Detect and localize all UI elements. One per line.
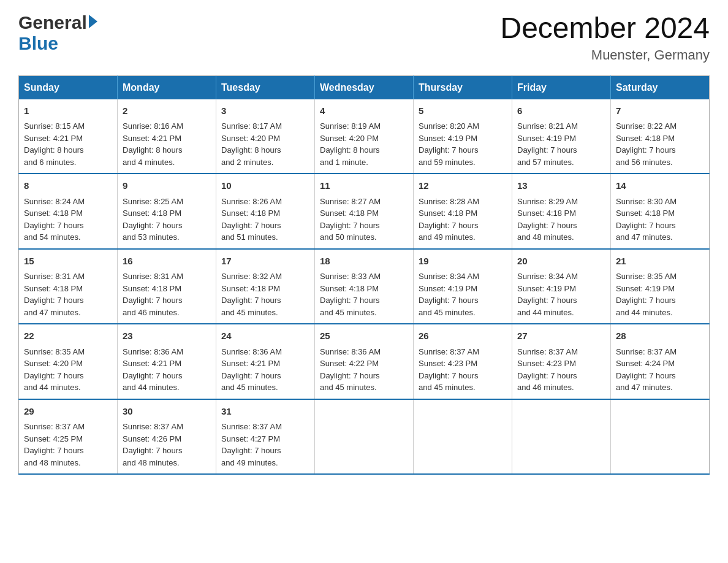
daylight-info: Daylight: 8 hours (24, 145, 84, 155)
calendar-day-cell: 18 Sunrise: 8:33 AM Sunset: 4:18 PM Dayl… (315, 249, 414, 324)
sunset-info: Sunset: 4:18 PM (24, 209, 83, 218)
day-number: 8 (24, 179, 112, 193)
day-number: 19 (419, 255, 507, 269)
calendar-day-cell: 26 Sunrise: 8:37 AM Sunset: 4:23 PM Dayl… (414, 324, 512, 399)
sunset-info: Sunset: 4:26 PM (123, 434, 181, 443)
sunset-info: Sunset: 4:22 PM (320, 359, 379, 368)
calendar-week-row: 22 Sunrise: 8:35 AM Sunset: 4:20 PM Dayl… (19, 324, 710, 399)
daylight-info2: and 50 minutes. (320, 232, 377, 242)
daylight-info2: and 59 minutes. (419, 158, 476, 167)
daylight-info2: and 47 minutes. (24, 308, 81, 317)
daylight-info2: and 46 minutes. (517, 383, 574, 392)
daylight-info2: and 45 minutes. (419, 308, 476, 317)
daylight-info2: and 47 minutes. (616, 383, 673, 392)
sunrise-info: Sunrise: 8:26 AM (221, 197, 282, 206)
day-number: 30 (123, 405, 211, 419)
daylight-info2: and 6 minutes. (24, 158, 76, 167)
daylight-info2: and 44 minutes. (24, 383, 81, 392)
sunrise-info: Sunrise: 8:37 AM (123, 422, 183, 431)
daylight-info: Daylight: 7 hours (616, 371, 676, 380)
daylight-info2: and 2 minutes. (221, 158, 273, 167)
sunset-info: Sunset: 4:27 PM (221, 434, 280, 443)
daylight-info2: and 1 minute. (320, 158, 368, 167)
daylight-info: Daylight: 7 hours (517, 371, 577, 380)
daylight-info: Daylight: 7 hours (123, 296, 183, 305)
header-tuesday: Tuesday (216, 75, 315, 99)
day-number: 18 (320, 255, 408, 269)
day-number: 1 (24, 104, 112, 118)
sunset-info: Sunset: 4:18 PM (616, 134, 675, 143)
calendar-header-row: Sunday Monday Tuesday Wednesday Thursday… (19, 75, 710, 99)
calendar-day-cell: 20 Sunrise: 8:34 AM Sunset: 4:19 PM Dayl… (512, 249, 611, 324)
month-title: December 2024 (500, 12, 710, 45)
daylight-info: Daylight: 7 hours (24, 371, 84, 380)
sunrise-info: Sunrise: 8:37 AM (419, 347, 479, 356)
day-number: 7 (616, 104, 704, 118)
header-friday: Friday (512, 75, 611, 99)
daylight-info2: and 49 minutes. (419, 232, 476, 242)
calendar-day-cell: 10 Sunrise: 8:26 AM Sunset: 4:18 PM Dayl… (216, 174, 315, 249)
sunrise-info: Sunrise: 8:32 AM (221, 272, 282, 281)
day-number: 16 (123, 255, 211, 269)
sunrise-info: Sunrise: 8:27 AM (320, 197, 381, 206)
sunrise-info: Sunrise: 8:19 AM (320, 121, 381, 131)
day-number: 11 (320, 179, 408, 193)
day-number: 22 (24, 329, 112, 343)
sunrise-info: Sunrise: 8:36 AM (320, 347, 381, 356)
day-number: 28 (616, 329, 704, 343)
sunrise-info: Sunrise: 8:30 AM (616, 197, 677, 206)
daylight-info: Daylight: 7 hours (24, 446, 84, 455)
sunrise-info: Sunrise: 8:31 AM (24, 272, 85, 281)
calendar-day-cell: 16 Sunrise: 8:31 AM Sunset: 4:18 PM Dayl… (118, 249, 216, 324)
calendar-day-cell: 28 Sunrise: 8:37 AM Sunset: 4:24 PM Dayl… (611, 324, 710, 399)
day-number: 2 (123, 104, 211, 118)
daylight-info: Daylight: 7 hours (24, 296, 84, 305)
calendar-day-cell (611, 399, 710, 475)
header-sunday: Sunday (19, 75, 118, 99)
calendar-day-cell: 22 Sunrise: 8:35 AM Sunset: 4:20 PM Dayl… (19, 324, 118, 399)
sunset-info: Sunset: 4:18 PM (517, 209, 576, 218)
sunrise-info: Sunrise: 8:20 AM (419, 121, 479, 131)
daylight-info2: and 54 minutes. (24, 232, 81, 242)
daylight-info2: and 44 minutes. (517, 308, 574, 317)
daylight-info: Daylight: 7 hours (517, 145, 577, 155)
calendar-day-cell: 13 Sunrise: 8:29 AM Sunset: 4:18 PM Dayl… (512, 174, 611, 249)
daylight-info: Daylight: 8 hours (123, 145, 183, 155)
sunset-info: Sunset: 4:18 PM (221, 284, 280, 293)
daylight-info: Daylight: 7 hours (517, 296, 577, 305)
sunrise-info: Sunrise: 8:37 AM (221, 422, 282, 431)
page-header: General Blue December 2024 Muenster, Ger… (18, 12, 710, 63)
calendar-day-cell: 29 Sunrise: 8:37 AM Sunset: 4:25 PM Dayl… (19, 399, 118, 475)
calendar-day-cell: 19 Sunrise: 8:34 AM Sunset: 4:19 PM Dayl… (414, 249, 512, 324)
sunset-info: Sunset: 4:23 PM (517, 359, 576, 368)
sunset-info: Sunset: 4:21 PM (123, 359, 181, 368)
sunrise-info: Sunrise: 8:37 AM (616, 347, 677, 356)
daylight-info: Daylight: 7 hours (221, 296, 281, 305)
day-number: 24 (221, 329, 309, 343)
calendar-day-cell: 25 Sunrise: 8:36 AM Sunset: 4:22 PM Dayl… (315, 324, 414, 399)
title-section: December 2024 Muenster, Germany (500, 12, 710, 63)
calendar-day-cell: 7 Sunrise: 8:22 AM Sunset: 4:18 PM Dayli… (611, 99, 710, 174)
daylight-info: Daylight: 8 hours (320, 145, 380, 155)
daylight-info: Daylight: 7 hours (419, 296, 479, 305)
sunset-info: Sunset: 4:20 PM (221, 134, 280, 143)
sunset-info: Sunset: 4:23 PM (419, 359, 477, 368)
calendar-day-cell: 21 Sunrise: 8:35 AM Sunset: 4:19 PM Dayl… (611, 249, 710, 324)
day-number: 31 (221, 405, 309, 419)
sunset-info: Sunset: 4:18 PM (616, 209, 675, 218)
calendar-day-cell: 11 Sunrise: 8:27 AM Sunset: 4:18 PM Dayl… (315, 174, 414, 249)
daylight-info2: and 49 minutes. (221, 458, 278, 467)
daylight-info: Daylight: 7 hours (123, 446, 183, 455)
sunrise-info: Sunrise: 8:35 AM (616, 272, 677, 281)
daylight-info2: and 45 minutes. (320, 383, 377, 392)
day-number: 21 (616, 255, 704, 269)
day-number: 6 (517, 104, 605, 118)
daylight-info: Daylight: 7 hours (616, 296, 676, 305)
daylight-info: Daylight: 7 hours (320, 296, 380, 305)
sunset-info: Sunset: 4:19 PM (517, 134, 576, 143)
daylight-info2: and 44 minutes. (123, 383, 180, 392)
daylight-info: Daylight: 7 hours (517, 221, 577, 230)
sunset-info: Sunset: 4:25 PM (24, 434, 83, 443)
day-number: 12 (419, 179, 507, 193)
sunset-info: Sunset: 4:19 PM (419, 284, 477, 293)
